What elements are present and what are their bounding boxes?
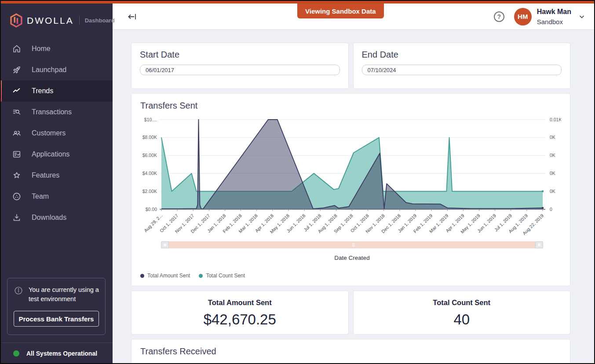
svg-text:$4.00K: $4.00K <box>142 171 157 176</box>
sidebar-item-downloads[interactable]: Downloads <box>0 207 113 228</box>
system-status[interactable]: All Systems Operational <box>0 343 113 364</box>
help-icon[interactable]: ? <box>494 11 504 22</box>
total-count-sent-value: 40 <box>354 311 570 328</box>
main-content: Start Date End Date Transfers Sent $0.00… <box>113 30 595 364</box>
legend-label: Total Amount Sent <box>147 273 190 279</box>
total-count-sent-card: Total Count Sent 40 <box>353 291 571 335</box>
chart-legend: Total Amount SentTotal Count Sent <box>140 273 561 279</box>
process-bank-transfers-button[interactable]: Process Bank Transfers <box>14 311 99 327</box>
svg-text:0: 0 <box>550 207 552 212</box>
top-accent-strip <box>0 0 595 4</box>
chevron-down-icon <box>578 13 585 20</box>
logo-row[interactable]: DWOLLA Dashboard <box>0 4 113 28</box>
sidebar-item-trends[interactable]: Trends <box>0 80 113 102</box>
slider-handle-right[interactable] <box>535 241 543 248</box>
logo-wordmark: DWOLLA <box>27 15 74 26</box>
sidebar-item-transactions[interactable]: Transactions <box>0 102 113 123</box>
svg-text:$8.00K: $8.00K <box>142 135 157 140</box>
avatar: HM <box>514 8 532 25</box>
sidebar-item-label: Features <box>32 171 59 179</box>
download-icon <box>12 213 22 222</box>
start-date-label: Start Date <box>140 50 340 60</box>
total-amount-sent-card: Total Amount Sent $42,670.25 <box>131 291 349 335</box>
sidebar-item-launchpad[interactable]: Launchpad <box>0 59 113 80</box>
svg-text:$6.00K: $6.00K <box>142 153 157 158</box>
start-date-input[interactable] <box>140 65 340 75</box>
search-list-icon <box>12 107 22 117</box>
end-date-input[interactable] <box>362 65 562 75</box>
chart-range-slider[interactable] <box>161 241 543 248</box>
svg-text:0K: 0K <box>550 171 555 176</box>
sidebar-item-label: Launchpad <box>32 66 66 74</box>
test-environment-text: You are currently using a test environme… <box>29 285 99 304</box>
sandbox-data-badge: Viewing Sandbox Data <box>297 4 384 18</box>
end-date-label: End Date <box>362 50 562 60</box>
sidebar-item-label: Trends <box>32 87 53 95</box>
sidebar-item-customers[interactable]: Customers <box>0 123 113 144</box>
sidebar-item-applications[interactable]: Applications <box>0 144 113 165</box>
svg-text:$0.00: $0.00 <box>146 207 157 212</box>
dwolla-logo-icon <box>10 13 23 28</box>
star-icon <box>12 171 22 180</box>
svg-text:$10....: $10.... <box>144 117 157 122</box>
transfers-received-card: Transfers Received <box>131 339 570 364</box>
user-menu[interactable]: HM Hawk Man Sandbox <box>514 7 585 26</box>
checklist-icon <box>12 149 22 159</box>
slider-grip[interactable] <box>352 243 353 244</box>
total-count-sent-label: Total Count Sent <box>354 298 570 307</box>
legend-dot-icon <box>140 274 144 278</box>
sidebar-item-label: Team <box>32 193 49 200</box>
info-icon <box>14 286 23 304</box>
x-axis-title: Date Created <box>161 255 543 261</box>
total-amount-sent-label: Total Amount Sent <box>131 298 348 307</box>
svg-text:0.01K: 0.01K <box>550 117 561 122</box>
legend-item-total-count-sent[interactable]: Total Count Sent <box>199 273 245 279</box>
svg-text:0K: 0K <box>550 189 555 194</box>
sidebar-item-team[interactable]: Team <box>0 186 113 207</box>
sidebar-item-home[interactable]: Home <box>0 38 113 59</box>
sidebar-item-label: Customers <box>32 129 66 137</box>
transfers-received-title: Transfers Received <box>140 346 561 357</box>
trending-icon <box>12 86 22 96</box>
legend-dot-icon <box>199 274 203 278</box>
sidebar-item-label: Transactions <box>32 108 72 116</box>
logo-subtitle: Dashboard <box>79 16 115 25</box>
team-icon <box>12 192 22 201</box>
svg-text:$2.00K: $2.00K <box>142 189 157 194</box>
status-dot <box>13 350 19 357</box>
transfers-sent-chart[interactable]: $0.000$2.00K0K$4.00K0K$6.00K0K$8.00K0K$1… <box>140 114 561 240</box>
svg-text:0K: 0K <box>550 135 555 140</box>
legend-label: Total Count Sent <box>206 273 245 279</box>
user-environment: Sandbox <box>537 17 571 26</box>
sidebar-nav: HomeLaunchpadTrendsTransactionsCustomers… <box>0 38 113 228</box>
svg-text:0K: 0K <box>550 153 555 158</box>
user-name: Hawk Man <box>537 7 571 17</box>
sidebar: DWOLLA Dashboard HomeLaunchpadTrendsTran… <box>0 4 113 364</box>
transfers-sent-title: Transfers Sent <box>140 101 561 111</box>
home-icon <box>12 44 22 54</box>
sidebar-item-label: Home <box>32 45 51 53</box>
legend-item-total-amount-sent[interactable]: Total Amount Sent <box>140 273 190 279</box>
sidebar-item-label: Downloads <box>32 214 66 222</box>
end-date-card: End Date <box>353 43 571 89</box>
status-label: All Systems Operational <box>26 350 97 357</box>
total-amount-sent-value: $42,670.25 <box>131 311 348 328</box>
sidebar-item-label: Applications <box>32 150 69 158</box>
top-bar: Viewing Sandbox Data ? HM Hawk Man Sandb… <box>113 4 595 30</box>
sidebar-item-features[interactable]: Features <box>0 165 113 186</box>
collapse-sidebar-icon[interactable] <box>127 11 138 22</box>
people-icon <box>12 128 22 138</box>
slider-handle-left[interactable] <box>161 241 169 248</box>
test-environment-box: You are currently using a test environme… <box>7 278 106 335</box>
start-date-card: Start Date <box>131 43 349 89</box>
rocket-icon <box>12 65 22 75</box>
transfers-sent-card: Transfers Sent $0.000$2.00K0K$4.00K0K$6.… <box>131 93 570 286</box>
